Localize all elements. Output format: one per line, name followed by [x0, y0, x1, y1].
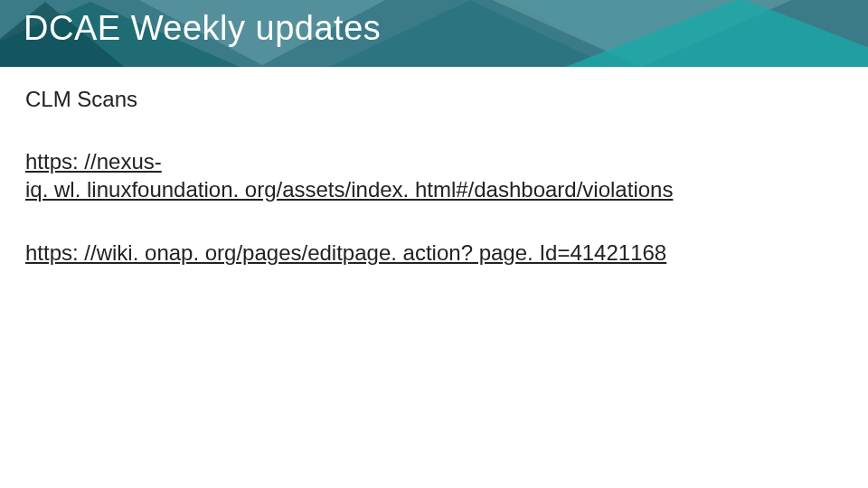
- page-title: DCAE Weekly updates: [24, 9, 381, 48]
- link-item: https: //wiki. onap. org/pages/editpage.…: [25, 239, 843, 267]
- slide: DCAE Weekly updates CLM Scans https: //n…: [0, 0, 868, 488]
- link-text-line1: https: //nexus-: [25, 148, 843, 176]
- slide-body: CLM Scans https: //nexus- iq. wl. linuxf…: [0, 67, 868, 267]
- banner-decor-triangle: [561, 0, 868, 67]
- section-heading: CLM Scans: [25, 87, 843, 112]
- link-item: https: //nexus- iq. wl. linuxfoundation.…: [25, 148, 843, 203]
- link-text-line2: iq. wl. linuxfoundation. org/assets/inde…: [25, 176, 843, 204]
- nexus-iq-link[interactable]: https: //nexus- iq. wl. linuxfoundation.…: [25, 148, 843, 203]
- wiki-onap-link[interactable]: https: //wiki. onap. org/pages/editpage.…: [25, 240, 666, 265]
- title-banner: DCAE Weekly updates: [0, 0, 868, 67]
